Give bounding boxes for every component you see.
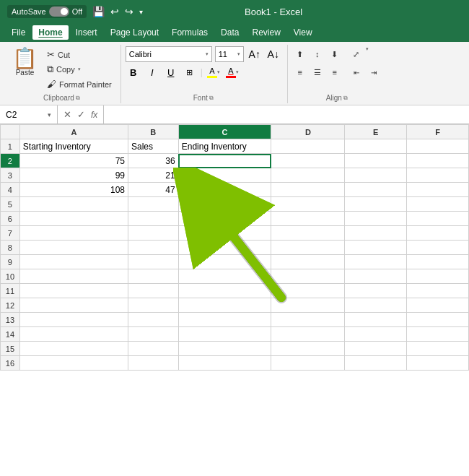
align-middle-button[interactable]: ↕ xyxy=(310,46,325,62)
cell-a10[interactable] xyxy=(19,269,128,284)
cell-a8[interactable] xyxy=(19,241,128,255)
cell-f8[interactable] xyxy=(407,241,469,255)
cell-c4[interactable] xyxy=(178,183,271,197)
cell-c2[interactable] xyxy=(178,154,271,168)
copy-dropdown-arrow[interactable]: ▾ xyxy=(78,66,81,72)
font-color-button[interactable]: A ▾ xyxy=(224,64,240,80)
cell-e4[interactable] xyxy=(345,183,407,197)
cell-f9[interactable] xyxy=(407,255,469,269)
cell-a1[interactable]: Starting Inventory xyxy=(19,139,128,154)
cell-d15[interactable] xyxy=(271,342,345,356)
cell-f4[interactable] xyxy=(407,183,469,197)
cell-d3[interactable] xyxy=(271,168,345,183)
cell-a5[interactable] xyxy=(19,197,128,212)
cell-b13[interactable] xyxy=(128,313,178,327)
menu-data[interactable]: Data xyxy=(215,25,245,40)
cell-b3[interactable]: 21 xyxy=(128,168,178,183)
menu-file[interactable]: File xyxy=(6,25,31,40)
col-header-a[interactable]: A xyxy=(19,125,128,139)
cell-a2[interactable]: 75 xyxy=(19,154,128,168)
cell-c8[interactable] xyxy=(178,241,271,255)
col-header-e[interactable]: E xyxy=(345,125,407,139)
decrease-font-button[interactable]: A↓ xyxy=(266,46,281,62)
cell-c3[interactable] xyxy=(178,168,271,183)
cell-d9[interactable] xyxy=(271,255,345,269)
increase-font-button[interactable]: A↑ xyxy=(247,46,263,62)
cell-c10[interactable] xyxy=(178,269,271,284)
cell-a4[interactable]: 108 xyxy=(19,183,128,197)
cell-d6[interactable] xyxy=(271,212,345,226)
col-header-b[interactable]: B xyxy=(128,125,178,139)
cell-f13[interactable] xyxy=(407,313,469,327)
cell-b5[interactable] xyxy=(128,197,178,212)
cell-b9[interactable] xyxy=(128,255,178,269)
cell-e14[interactable] xyxy=(345,327,407,342)
cell-c5[interactable] xyxy=(178,197,271,212)
save-icon[interactable]: 💾 xyxy=(92,6,105,17)
cell-c6[interactable] xyxy=(178,212,271,226)
copy-button[interactable]: ⧉ Copy ▾ xyxy=(44,62,115,77)
cell-e2[interactable] xyxy=(345,154,407,168)
cell-b12[interactable] xyxy=(128,298,178,313)
cell-c14[interactable] xyxy=(178,327,271,342)
bold-button[interactable]: B xyxy=(126,64,141,80)
cell-d12[interactable] xyxy=(271,298,345,313)
cell-f6[interactable] xyxy=(407,212,469,226)
cell-a16[interactable] xyxy=(19,356,128,371)
cell-b2[interactable]: 36 xyxy=(128,154,178,168)
confirm-formula-button[interactable]: ✓ xyxy=(76,108,87,121)
cell-a15[interactable] xyxy=(19,342,128,356)
align-center-button[interactable]: ☰ xyxy=(310,64,325,80)
cell-b14[interactable] xyxy=(128,327,178,342)
cell-c13[interactable] xyxy=(178,313,271,327)
cell-e3[interactable] xyxy=(345,168,407,183)
redo-icon[interactable]: ↪ xyxy=(125,6,133,17)
cell-f11[interactable] xyxy=(407,284,469,298)
cell-d7[interactable] xyxy=(271,226,345,241)
cell-b16[interactable] xyxy=(128,356,178,371)
cell-a6[interactable] xyxy=(19,212,128,226)
cell-e13[interactable] xyxy=(345,313,407,327)
cell-d16[interactable] xyxy=(271,356,345,371)
cell-d1[interactable] xyxy=(271,139,345,154)
font-dialog-launcher[interactable]: ⧉ xyxy=(209,95,214,102)
cell-e5[interactable] xyxy=(345,197,407,212)
cell-a11[interactable] xyxy=(19,284,128,298)
col-header-d[interactable]: D xyxy=(271,125,345,139)
align-bottom-button[interactable]: ⬇ xyxy=(327,46,343,62)
customize-icon[interactable]: ▾ xyxy=(139,8,143,16)
cell-f7[interactable] xyxy=(407,226,469,241)
cell-dropdown-arrow[interactable]: ▾ xyxy=(48,111,51,118)
underline-button[interactable]: U xyxy=(163,64,179,80)
cell-d4[interactable] xyxy=(271,183,345,197)
cell-a3[interactable]: 99 xyxy=(19,168,128,183)
cell-f10[interactable] xyxy=(407,269,469,284)
menu-review[interactable]: Review xyxy=(246,25,286,40)
cell-c12[interactable] xyxy=(178,298,271,313)
cell-b15[interactable] xyxy=(128,342,178,356)
cell-c15[interactable] xyxy=(178,342,271,356)
cell-c11[interactable] xyxy=(178,284,271,298)
menu-page-layout[interactable]: Page Layout xyxy=(105,25,165,40)
cell-e8[interactable] xyxy=(345,241,407,255)
paste-button[interactable]: 📋 Paste xyxy=(9,46,41,79)
cell-b1[interactable]: Sales xyxy=(128,139,178,154)
font-family-select[interactable]: Calibri ▾ xyxy=(126,46,212,62)
cell-e12[interactable] xyxy=(345,298,407,313)
cell-c16[interactable] xyxy=(178,356,271,371)
cell-a7[interactable] xyxy=(19,226,128,241)
cell-d11[interactable] xyxy=(271,284,345,298)
cell-c9[interactable] xyxy=(178,255,271,269)
autosave-badge[interactable]: AutoSave Off xyxy=(7,5,87,18)
cell-f5[interactable] xyxy=(407,197,469,212)
cell-f16[interactable] xyxy=(407,356,469,371)
cell-f3[interactable] xyxy=(407,168,469,183)
cell-d10[interactable] xyxy=(271,269,345,284)
cell-c7[interactable] xyxy=(178,226,271,241)
cell-e7[interactable] xyxy=(345,226,407,241)
cell-d5[interactable] xyxy=(271,197,345,212)
font-color-dropdown[interactable]: ▾ xyxy=(236,69,239,75)
cell-f1[interactable] xyxy=(407,139,469,154)
cell-a14[interactable] xyxy=(19,327,128,342)
col-header-c[interactable]: C xyxy=(178,125,271,139)
